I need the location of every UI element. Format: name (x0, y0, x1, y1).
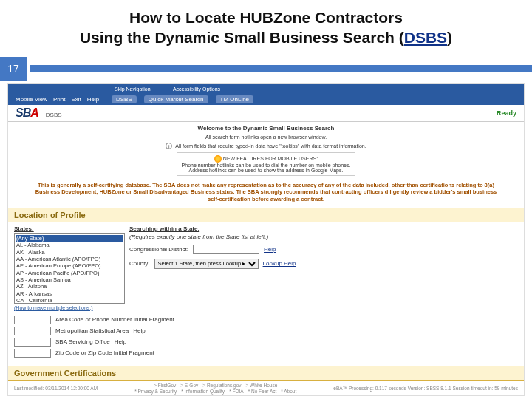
within-state-note: (Requires exactly one state from the Sta… (129, 233, 268, 240)
cong-help-link[interactable]: Help (264, 246, 276, 253)
footer-link[interactable]: * About (281, 389, 296, 394)
multi-select-hint-link[interactable]: (How to make multiple selections.) (14, 305, 93, 310)
state-option[interactable]: CA - California (16, 297, 123, 304)
section-gov-certs: Government Certifications (8, 366, 524, 381)
pill-quick-market[interactable]: Quick Market Search (144, 95, 208, 103)
sba-logo: SBA (16, 106, 38, 120)
msa-help-link[interactable]: Help (133, 327, 145, 334)
info-icon: i (166, 143, 172, 149)
area-code-input[interactable] (14, 316, 51, 324)
state-option[interactable]: AL - Alabama (16, 242, 123, 248)
zip-input[interactable] (14, 349, 51, 358)
pill-dsbs[interactable]: DSBS (112, 95, 137, 103)
skip-navigation-link[interactable]: Skip Navigation (115, 86, 151, 92)
dsbs-link[interactable]: DSBS (404, 29, 447, 46)
states-label: States: (14, 225, 125, 232)
nav-help[interactable]: Help (87, 96, 99, 103)
title-line1: How to Locate HUBZone Contractors (30, 7, 502, 27)
state-option[interactable]: AS - American Samoa (16, 276, 123, 283)
search-area: States: (Any State) AL - Alabama AK - Al… (8, 222, 524, 314)
within-state-label: Searching within a State: (129, 225, 518, 232)
state-option-any[interactable]: (Any State) (16, 235, 123, 242)
sba-office-label: SBA Servicing Office (55, 338, 110, 345)
intro-line-2: i All form fields that require typed-in … (38, 143, 494, 149)
intro-line-1: All search form hotlinks open a new brow… (38, 134, 494, 140)
states-listbox[interactable]: (Any State) AL - Alabama AK - Alaska AA … (14, 233, 125, 304)
top-nav-row2: Mobile View Print Exit Help DSBS Quick M… (8, 94, 524, 105)
welcome-heading: Welcome to the Dynamic Small Business Se… (38, 125, 494, 132)
footer: Last modified: 03/11/2014 12:00:00 AM > … (8, 381, 524, 395)
footer-link[interactable]: > Regulations.gov (202, 383, 241, 388)
state-option[interactable]: AP - American Pacific (APO/FPO) (16, 270, 123, 276)
page-number: 17 (0, 57, 27, 81)
new-features-box: NEW FEATURES FOR MOBILE USERS: Phone num… (177, 152, 356, 176)
slide-title: How to Locate HUBZone Contractors Using … (0, 0, 532, 51)
footer-link[interactable]: * Information Quality (181, 389, 225, 394)
footer-processing: eBA™ Processing: 0.117 seconds Version: … (333, 386, 518, 391)
embedded-screenshot: Skip Navigation · Accessibility Options … (7, 83, 525, 396)
state-option[interactable]: AR - Arkansas (16, 290, 123, 297)
footer-link[interactable]: * Privacy & Security (134, 389, 177, 394)
zip-label: Zip Code or Zip Code Initial Fragment (55, 349, 154, 356)
disclaimer-text: This is generally a self-certifying data… (8, 179, 524, 206)
header-line (30, 65, 532, 72)
county-label: County: (129, 260, 150, 267)
msa-input[interactable] (14, 327, 51, 335)
pill-tm-online[interactable]: TM OnLine (216, 95, 254, 103)
cong-district-input[interactable] (193, 245, 259, 254)
footer-link[interactable]: > FirstGov (154, 383, 176, 388)
intro-block: Welcome to the Dynamic Small Business Se… (8, 122, 524, 179)
last-modified: Last modified: 03/11/2014 12:00:00 AM (14, 386, 98, 391)
footer-link[interactable]: > E-Gov (180, 383, 198, 388)
nav-print[interactable]: Print (53, 96, 65, 103)
additional-fields: Area Code or Phone Number Initial Fragme… (8, 314, 524, 364)
footer-link[interactable]: * No Fear Act (248, 389, 277, 394)
sba-office-input[interactable] (14, 338, 51, 347)
footer-link[interactable]: * FOIA (229, 389, 244, 394)
state-option[interactable]: AA - American Atlantic (APO/FPO) (16, 256, 123, 262)
state-option[interactable]: AK - Alaska (16, 249, 123, 256)
state-option[interactable]: AE - American Europe (APO/FPO) (16, 262, 123, 269)
state-option[interactable]: AZ - Arizona (16, 283, 123, 290)
msa-label: Metropolitan Statistical Area (55, 327, 129, 334)
new-star-icon (214, 155, 222, 163)
county-select[interactable]: Select 1 State, then press Lookup ▸ (154, 259, 259, 269)
accessibility-link[interactable]: Accessibility Options (173, 86, 220, 92)
top-nav: Skip Navigation · Accessibility Options (8, 84, 524, 94)
area-code-label: Area Code or Phone Number Initial Fragme… (55, 316, 174, 323)
section-location-of-profile: Location of Profile (8, 208, 524, 222)
sba-office-help-link[interactable]: Help (115, 338, 126, 345)
cong-district-label: Congressional District: (129, 246, 188, 253)
title-line2: Using the Dynamic Small Business Search … (30, 27, 502, 47)
header-bar: 17 (0, 57, 532, 81)
logo-subtitle: DSBS (46, 112, 62, 118)
nav-mobile-view[interactable]: Mobile View (16, 96, 47, 103)
logo-row: SBA DSBS Ready (8, 105, 524, 122)
footer-link[interactable]: > White House (246, 383, 278, 388)
lookup-help-link[interactable]: Lookup Help (263, 260, 296, 267)
status-ready: Ready (497, 109, 516, 117)
nav-exit[interactable]: Exit (71, 96, 81, 103)
